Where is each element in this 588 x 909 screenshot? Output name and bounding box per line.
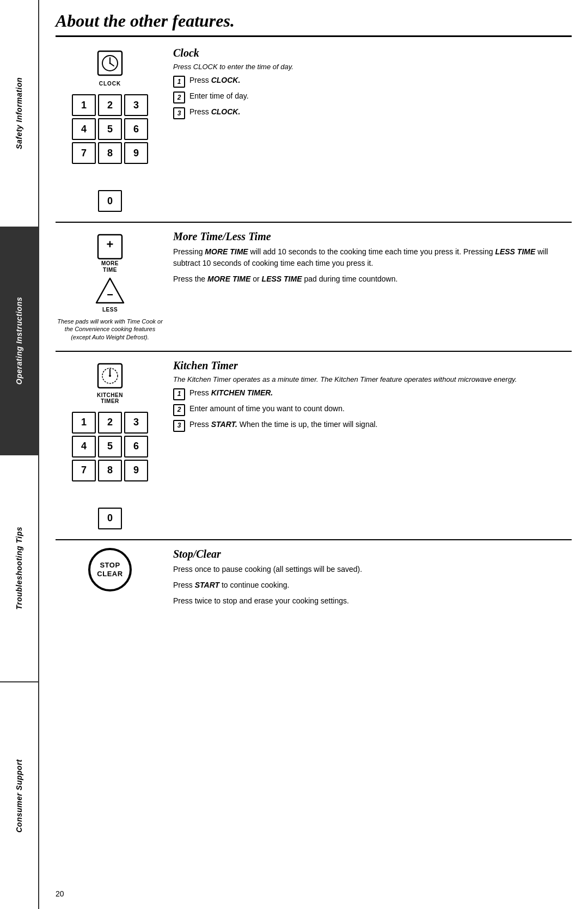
- key-5[interactable]: 5: [98, 118, 122, 140]
- stop-clear-body2: Press START to continue cooking.: [173, 579, 572, 591]
- more-time-right: More Time/Less Time Pressing MORE TIME w…: [164, 230, 572, 341]
- key-7[interactable]: 7: [72, 142, 96, 164]
- key-2[interactable]: 2: [98, 94, 122, 116]
- kt-key-5[interactable]: 5: [98, 436, 122, 457]
- clock-right: Clock Press CLOCK to enter the time of d…: [164, 47, 572, 212]
- key-4[interactable]: 4: [72, 118, 96, 140]
- kitchen-timer-section: KITCHENTIMER 1 2 3 4 5 6 7 8 9 0 Kitchen…: [56, 359, 572, 529]
- key-6[interactable]: 6: [124, 118, 148, 140]
- stop-clear-label: STOP CLEAR: [97, 561, 122, 578]
- kt-step-3: 3 Press START. When the time is up, the …: [173, 419, 572, 432]
- more-time-body1: Pressing MORE TIME will add 10 seconds t…: [173, 246, 572, 269]
- kt-key-9[interactable]: 9: [124, 460, 148, 481]
- sidebar-section-operating: Operating Instructions: [0, 228, 38, 455]
- sidebar-label-troubleshooting: Troubleshooting Tips: [15, 527, 23, 610]
- key-3[interactable]: 3: [124, 94, 148, 116]
- section-rule-3: [56, 539, 572, 540]
- stop-clear-right: Stop/Clear Press once to pause cooking (…: [164, 548, 572, 611]
- clock-step-num-1: 1: [173, 76, 185, 88]
- page-title: About the other features.: [56, 11, 572, 31]
- clock-steps: 1 Press CLOCK. 2 Enter time of day. 3 Pr…: [173, 75, 572, 119]
- kt-step-num-1: 1: [173, 388, 185, 400]
- more-time-icon: +: [94, 230, 126, 260]
- clock-step-text-2: Enter time of day.: [189, 91, 249, 102]
- key-8[interactable]: 8: [98, 142, 122, 164]
- clock-icon-container: CLOCK: [94, 47, 126, 87]
- clock-step-text-3: Press CLOCK.: [189, 107, 240, 118]
- less-label: LESS: [102, 307, 118, 313]
- clock-step-1: 1 Press CLOCK.: [173, 75, 572, 88]
- kitchen-timer-keypad-zero: 0: [98, 508, 122, 529]
- key-0[interactable]: 0: [98, 190, 122, 212]
- clock-step-2: 2 Enter time of day.: [173, 91, 572, 103]
- kt-key-1[interactable]: 1: [72, 412, 96, 434]
- clock-keypad: 1 2 3 4 5 6 7 8 9: [72, 94, 148, 188]
- clock-title: Clock: [173, 47, 572, 59]
- more-time-icons: + MORETIME − LESS: [94, 230, 126, 313]
- less-time-icon: −: [94, 276, 126, 306]
- kitchen-timer-left: KITCHENTIMER 1 2 3 4 5 6 7 8 9 0: [56, 359, 164, 529]
- kt-step-num-3: 3: [173, 420, 185, 432]
- stop-label: STOP: [100, 561, 120, 569]
- kitchen-timer-title: Kitchen Timer: [173, 359, 572, 372]
- kt-step-1: 1 Press KITCHEN TIMER.: [173, 388, 572, 400]
- kt-step-text-1: Press KITCHEN TIMER.: [189, 388, 273, 399]
- more-time-note: These pads will work with Time Cook or t…: [56, 318, 164, 341]
- clock-icon-label: CLOCK: [99, 81, 121, 87]
- kt-key-0[interactable]: 0: [98, 508, 122, 529]
- key-1[interactable]: 1: [72, 94, 96, 116]
- sidebar-label-safety: Safety Information: [15, 77, 23, 149]
- clock-step-num-2: 2: [173, 91, 185, 103]
- title-rule: [56, 35, 572, 37]
- clear-label: CLEAR: [97, 570, 122, 578]
- stop-clear-title: Stop/Clear: [173, 548, 572, 560]
- kt-key-4[interactable]: 4: [72, 436, 96, 457]
- kitchen-timer-icon: [94, 359, 126, 392]
- more-time-section: + MORETIME − LESS These pads will work w…: [56, 230, 572, 341]
- more-time-body2: Press the MORE TIME or LESS TIME pad dur…: [173, 273, 572, 285]
- section-rule-1: [56, 222, 572, 223]
- more-time-left: + MORETIME − LESS These pads will work w…: [56, 230, 164, 341]
- kt-key-6[interactable]: 6: [124, 436, 148, 457]
- key-9[interactable]: 9: [124, 142, 148, 164]
- page-number: 20: [56, 884, 572, 898]
- sidebar-section-safety: Safety Information: [0, 0, 38, 228]
- kt-step-num-2: 2: [173, 404, 185, 416]
- sidebar-section-troubleshooting: Troubleshooting Tips: [0, 455, 38, 683]
- kt-key-7[interactable]: 7: [72, 460, 96, 481]
- kt-key-2[interactable]: 2: [98, 412, 122, 434]
- stop-clear-button[interactable]: STOP CLEAR: [88, 548, 132, 591]
- sidebar-label-operating: Operating Instructions: [15, 297, 23, 385]
- stop-clear-section: STOP CLEAR Stop/Clear Press once to paus…: [56, 548, 572, 611]
- clock-step-3: 3 Press CLOCK.: [173, 107, 572, 119]
- kt-step-text-2: Enter amount of time you want to count d…: [189, 404, 345, 414]
- stop-clear-icon-container: STOP CLEAR: [88, 548, 132, 591]
- stop-clear-body1: Press once to pause cooking (all setting…: [173, 564, 572, 575]
- kt-key-8[interactable]: 8: [98, 460, 122, 481]
- kt-key-3[interactable]: 3: [124, 412, 148, 434]
- clock-step-num-3: 3: [173, 107, 185, 119]
- kitchen-timer-icon-label: KITCHENTIMER: [97, 392, 123, 404]
- stop-clear-body3: Press twice to stop and erase your cooki…: [173, 595, 572, 607]
- clock-subtitle: Press CLOCK to enter the time of day.: [173, 63, 572, 71]
- clock-section: CLOCK 1 2 3 4 5 6 7 8 9 0 Clock Press CL…: [56, 47, 572, 212]
- kitchen-timer-right: Kitchen Timer The Kitchen Timer operates…: [164, 359, 572, 529]
- more-time-title: More Time/Less Time: [173, 230, 572, 243]
- kitchen-timer-keypad: 1 2 3 4 5 6 7 8 9: [72, 412, 148, 505]
- clock-left: CLOCK 1 2 3 4 5 6 7 8 9 0: [56, 47, 164, 212]
- kt-step-text-3: Press START. When the time is up, the ti…: [189, 419, 377, 430]
- stop-clear-left: STOP CLEAR: [56, 548, 164, 611]
- kt-step-2: 2 Enter amount of time you want to count…: [173, 404, 572, 416]
- sidebar-label-consumer: Consumer Support: [15, 759, 23, 833]
- more-label: MORETIME: [101, 260, 119, 273]
- clock-icon: [94, 47, 126, 80]
- clock-step-text-1: Press CLOCK.: [189, 75, 240, 86]
- kitchen-timer-subtitle: The Kitchen Timer operates as a minute t…: [173, 375, 572, 383]
- section-rule-2: [56, 351, 572, 352]
- main-content: About the other features. CLOCK 1 2 3: [39, 0, 588, 909]
- kitchen-timer-icon-container: KITCHENTIMER: [94, 359, 126, 404]
- sidebar-section-consumer: Consumer Support: [0, 682, 38, 909]
- svg-text:−: −: [107, 289, 113, 301]
- svg-text:+: +: [107, 237, 114, 251]
- svg-point-4: [109, 63, 111, 64]
